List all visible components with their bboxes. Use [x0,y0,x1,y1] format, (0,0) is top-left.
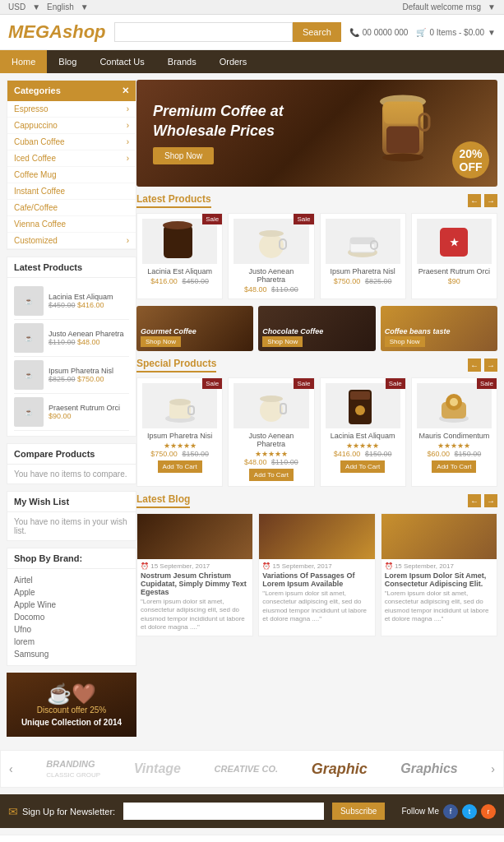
nav-contact[interactable]: Contact Us [88,50,155,73]
blog-card: ⏰ 15 September, 2017 Lorem Ipsum Dolor S… [381,513,497,636]
prev-brand-button[interactable]: ‹ [9,762,13,775]
cat-cuban[interactable]: Cuban Coffee › [7,134,136,150]
svg-point-19 [169,399,191,405]
svg-point-22 [260,396,283,402]
next-button[interactable]: → [484,494,497,507]
product-info: Lacinia Est Aliquam $450.00 $416.00 [49,293,129,309]
brand-graphics: Graphics [400,761,457,776]
product-price: $825.00 $750.00 [49,375,129,383]
brand-apple-wine[interactable]: Apple Wine [14,599,129,611]
hero-coffee-image [374,94,432,173]
account-icon[interactable]: ▼ [488,2,496,12]
brand-samsung[interactable]: Samsung [14,648,129,660]
categories-list: Espresso › Cappuccino › Cuban Coffee › I… [7,101,136,249]
product-image [417,383,492,428]
brand-apple[interactable]: Apple [14,586,129,599]
cat-customized[interactable]: Customized › [7,233,136,249]
prev-button[interactable]: ← [468,494,481,507]
prev-button[interactable]: ← [468,194,481,207]
blog-date: ⏰ 15 September, 2017 [385,562,493,570]
brand-graphic: Graphic [312,761,368,778]
facebook-icon[interactable]: f [443,804,458,819]
product-price: $48.00 $110.00 [234,458,308,466]
phone-icon: 📞 [349,28,359,37]
welcome-msg: Default welcome msg [403,2,482,12]
cat-mug[interactable]: Coffee Mug [7,167,136,183]
logo[interactable]: MEGAshop [8,21,106,43]
brand-vintage: Vintage [134,761,181,776]
language-selector[interactable]: English [47,2,74,12]
product-card: Sale Lacinia Est Aliquam ★★★★★ $416.00 $… [320,377,406,487]
banner-shop-button[interactable]: Shop Now [385,336,425,347]
cat-cafe[interactable]: Cafe/Coffee [7,200,136,216]
add-to-cart-button[interactable]: Add To Cart [340,460,385,473]
product-name: Lacinia Est Aliquam [142,267,217,275]
section-header: Latest Blog ← → [136,493,497,508]
brand-lorem[interactable]: lorem [14,636,129,648]
product-name: Lacinia Est Aliquam [49,293,129,301]
product-price: $750.00 $825.00 [326,277,400,285]
banner-text: Chocolate Coffee [262,327,323,335]
svg-point-26 [355,405,365,415]
nav-blog[interactable]: Blog [47,50,88,73]
search-button[interactable]: Search [293,22,341,42]
brand-docomo[interactable]: Docomo [14,611,129,623]
sale-badge: Sale [477,378,497,389]
add-to-cart-button[interactable]: Add To Cart [249,469,294,481]
blog-date: ⏰ 15 September, 2017 [262,562,371,570]
hero-shop-button[interactable]: Shop Now [153,147,214,164]
brand-airtel[interactable]: Airtel [14,574,129,586]
blog-image [381,514,497,559]
search-input[interactable] [114,22,293,42]
prev-button[interactable]: ← [468,359,481,372]
product-price: $60.00 $150.00 [417,450,492,458]
cat-instant[interactable]: Instant Coffee [7,183,136,200]
top-bar: USD ▼ English ▼ Default welcome msg ▼ [0,0,504,15]
banner-shop-button[interactable]: Shop Now [141,336,181,347]
banner-shop-button[interactable]: Shop Now [262,336,303,347]
cat-espresso[interactable]: Espresso › [7,101,136,118]
add-to-cart-button[interactable]: Add To Cart [432,460,476,473]
hero-title: Premium Coffee at Wholesale Prices [153,102,284,141]
nav-orders[interactable]: Orders [208,50,259,73]
next-button[interactable]: → [484,194,497,207]
banner-chocolate: Chocolate Coffee Shop Now [258,306,375,351]
svg-text:★: ★ [450,237,459,248]
product-thumbnail: ☕ [14,323,44,353]
product-stars: ★★★★★ [234,450,308,458]
next-brand-button[interactable]: › [491,762,495,775]
svg-rect-25 [350,391,370,400]
brands-list: Airtel Apple Apple Wine Docomo Ufno lore… [7,569,136,665]
header-cart[interactable]: 🛒 0 Items - $0.00 ▼ [416,28,496,37]
list-item: ☕ Ipsum Pharetra Nisl $825.00 $750.00 [14,357,129,394]
svg-rect-6 [164,225,192,258]
list-item: ☕ Praesent Rutrum Orci $90.00 [14,394,129,431]
twitter-icon[interactable]: t [462,804,477,819]
cat-iced[interactable]: Iced Coffee › [7,150,136,167]
special-products-title: Special Products [136,358,216,372]
product-card: Sale Ipsum Pharetra Nisi ★★★★★ $750.00 $… [136,377,223,487]
product-name: Lacinia Est Aliquam [326,432,400,440]
categories-close-icon[interactable]: ✕ [122,86,129,96]
product-name: Justo Aenean Pharetra [234,267,308,284]
product-card: Sale Justo Aenean Pharetra $48.00 $110.0… [228,213,314,299]
phone-number: 00 0000 000 [363,28,409,37]
newsletter-input[interactable] [123,803,324,820]
product-thumbnail: ☕ [14,360,44,390]
categories-title: Categories [14,86,61,96]
newsletter-subscribe-button[interactable]: Subscribe [332,803,385,820]
blog-content: ⏰ 15 September, 2017 Lorem Ipsum Dolor S… [381,559,497,627]
nav-brands[interactable]: Brands [156,50,208,73]
nav-home[interactable]: Home [0,50,47,73]
blog-grid: ⏰ 15 September, 2017 Nostrum Jesum Chris… [136,513,497,636]
add-to-cart-button[interactable]: Add To Cart [158,460,202,473]
brand-ufno[interactable]: Ufno [14,623,129,636]
hero-discount-badge: 20% OFF [452,141,489,178]
header: MEGAshop Search 📞 00 0000 000 🛒 0 Items … [0,15,504,50]
cat-cappuccino[interactable]: Cappuccino › [7,118,136,134]
rss-icon[interactable]: r [481,804,496,819]
next-button[interactable]: → [484,359,497,372]
product-name: Praesent Rutrum Orci [417,267,492,275]
cat-vienna[interactable]: Vienna Coffee [7,216,136,233]
currency-selector[interactable]: USD [8,2,25,12]
